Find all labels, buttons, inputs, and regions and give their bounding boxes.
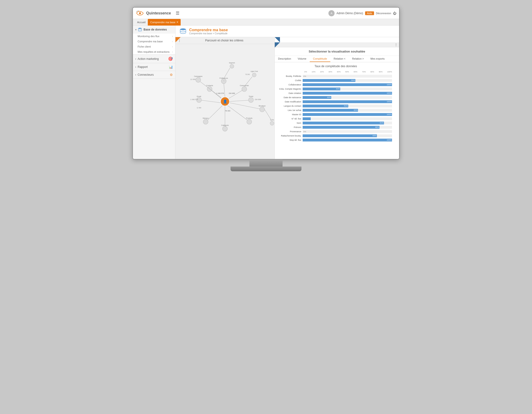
right-panel-menu-icon[interactable]: ⋮ [394,43,398,47]
bar-label: Provenance [275,130,303,133]
chart-container[interactable]: Taux de complétude des données 0%10%20%3… [275,62,399,159]
svg-line-28 [208,106,222,120]
bar-row: Lieu 1er achat62% [275,108,397,112]
sidebar-header-rapport[interactable]: › Rapport 📊 [133,63,175,71]
bar-fill [303,117,311,120]
tab-completude[interactable]: Complétude [310,56,330,62]
menu-icon[interactable]: ☰ [176,11,180,16]
svg-point-36 [196,77,201,82]
tab-comprendre[interactable]: Comprendre ma base ✕ [148,19,180,26]
bar-row: N° tél. fixe [275,117,397,121]
bar-track: 62% [303,109,392,112]
bar-fill: 42% [303,87,340,90]
logo-area: Quintessence ☰ [136,10,180,17]
bar-value-text: 59% [351,79,355,82]
bar-chart: 0%10%20%30%40%50%60%70%80%90%100% Boutiq… [275,70,397,142]
bar-fill: 100% [303,92,392,95]
monitor-stand [133,159,399,171]
sidebar-label-rapport: Rapport [138,65,148,69]
bar-track: 91% [303,122,392,125]
svg-text:Contacts: Contacts [206,85,213,87]
bar-fill: 100% [303,83,392,86]
bar-fill: 100% [303,113,392,116]
arrow-icon: › [172,35,173,38]
bar-track: 100% [303,92,392,95]
svg-line-5 [224,83,225,97]
viz-tabs: Description Volume Complétude Relation <… [275,56,399,62]
bar-row: Civilité59% [275,78,397,82]
svg-line-15 [229,100,248,101]
arrow-icon: › [172,45,173,48]
bar-row: Date création100% [275,91,397,95]
logo-icon [136,10,144,17]
sidebar-header-database[interactable]: ▾ Base de données [133,26,175,34]
power-icon[interactable]: ⏻ [393,11,396,15]
tab-description[interactable]: Description [275,56,294,62]
tab-volume[interactable]: Volume [294,56,310,62]
sidebar-subitems-database: Monitoring des flux › Comprendre ma base… [133,34,175,54]
svg-line-35 [200,82,221,98]
sidebar-item-fiche[interactable]: Fiche client › [133,44,175,49]
svg-text:234 899: 234 899 [229,92,235,94]
page-header-text: Comprendre ma base Comprendre ma base > … [189,28,228,35]
tab-relation-left[interactable]: Relation < [330,56,349,62]
bar-track: 51% [303,105,392,107]
tab-relation-right[interactable]: Relation > [349,56,367,62]
bar-value-text: 51% [344,105,348,107]
tab-accueil[interactable]: Accueil [135,19,148,26]
sidebar-section-action: › Action marketing 🎯 [133,55,175,63]
bar-fill: 91% [303,122,384,125]
bar-track: 100% [303,83,392,86]
bar-fill: 59% [303,79,355,82]
sidebar-header-connecteurs[interactable]: › Connecteurs ⚙ [133,71,175,78]
sidebar-item-requetes[interactable]: Mes requêtes et extractions › [133,49,175,54]
bar-value-text: 42% [336,87,340,90]
svg-text:Segment: Segment [229,62,235,64]
svg-text:Commande: Commande [240,85,249,87]
panels-row: ⋮ Parcourir et choisir les critères 👤 [175,37,399,159]
svg-text:Produits: Produits [246,117,253,119]
chart-icon: 📊 [169,65,173,69]
svg-text:Marque: Marque [203,117,209,119]
bar-row: Provenance0% [275,130,397,134]
bar-row: Prénom86% [275,125,397,129]
svg-text:Ligne Cmd: Ligne Cmd [251,70,258,72]
bar-fill: 100% [303,139,392,142]
deconnexion-link[interactable]: Déconnexion [376,12,391,15]
tab-exports[interactable]: Mes exports [367,56,388,62]
right-panel: ⋮ Sélectionner la visualisation souhaité… [275,37,399,159]
bar-label: Boutiq. Préférée [275,75,303,77]
bar-track [303,117,392,120]
bar-value-text: 100% [387,113,391,116]
bar-row: Date modification100% [275,100,397,104]
aide-button[interactable]: Aide [365,11,374,15]
bar-row: Rattachement boutiq.83% [275,134,397,138]
svg-point-16 [248,97,254,102]
sidebar-label-database: Base de données [143,28,167,31]
chevron-right-icon: › [135,57,136,61]
svg-text:1 048 576: 1 048 576 [190,98,198,101]
svg-text:Campagne: Campagne [194,75,202,77]
avatar: A [328,10,334,16]
chevron-right-icon: › [135,65,136,69]
bar-value-outside-text: 0% [303,75,306,77]
username-text: Admin Démo (Démo) [336,12,363,15]
bar-row: Collaborateur100% [275,83,397,87]
bar-label: Créa. Compte Magento [275,88,303,90]
main-layout: ▾ Base de données Monitoring des flux › [133,26,399,159]
bar-track: 0% [303,130,392,133]
svg-point-2 [180,29,186,30]
sidebar-item-comprendre[interactable]: Comprendre ma base › [133,39,175,44]
svg-text:234 899: 234 899 [255,98,261,101]
tab-close-icon[interactable]: ✕ [176,21,178,23]
sidebar-item-monitoring[interactable]: Monitoring des flux › [133,34,175,39]
database-icon [138,28,142,32]
svg-text:Ticket: Ticket [249,95,253,97]
graph-svg: 👤 Préférence ... Contacts [175,44,275,159]
sidebar-header-action[interactable]: › Action marketing 🎯 [133,55,175,63]
bar-label: N° tél. fixe [275,118,303,120]
chart-title: Taux de complétude des données [275,65,397,68]
right-panel-header: Sélectionner la visualisation souhaitée [275,47,399,56]
graph-area[interactable]: 👤 Préférence ... Contacts [175,44,275,159]
svg-text:Catégorie: Catégorie [221,124,229,126]
